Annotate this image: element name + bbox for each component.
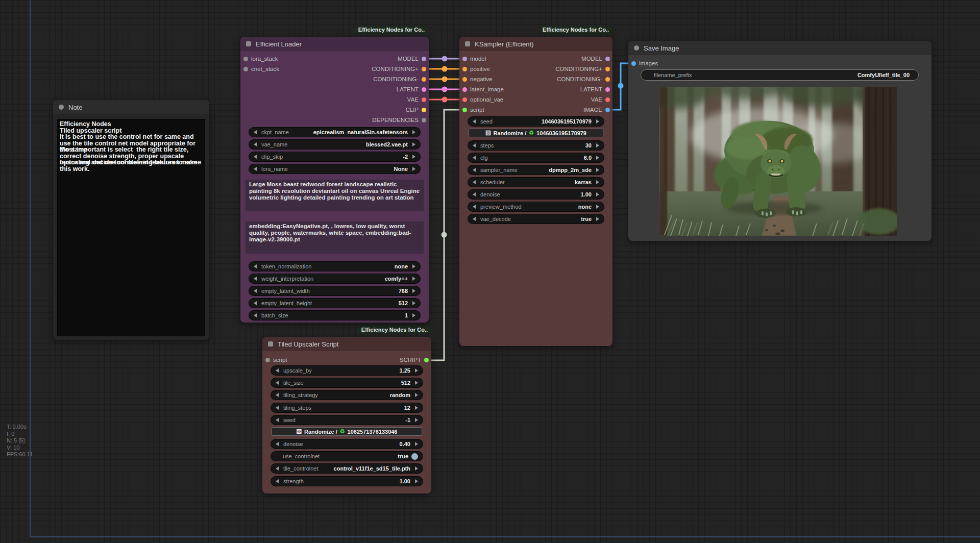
port-dot[interactable]	[243, 67, 248, 71]
output-port-conditioning-minus[interactable]: CONDITIONING-	[557, 76, 610, 83]
port-dot[interactable]	[422, 87, 426, 92]
increment-arrow-icon[interactable]	[412, 301, 415, 305]
ksampler-titlebar[interactable]: KSampler (Efficient)	[459, 37, 612, 51]
port-dot[interactable]	[265, 358, 270, 362]
widget-tiling-steps[interactable]: tiling_steps 12	[271, 403, 423, 413]
port-dot[interactable]	[605, 77, 610, 82]
increment-arrow-icon[interactable]	[412, 167, 415, 171]
widget-denoise[interactable]: denoise 1.00	[468, 189, 604, 200]
output-port-vae[interactable]: VAE	[407, 96, 426, 103]
output-port-dependencies[interactable]: DEPENDENCIES	[372, 116, 426, 124]
widget-filename-prefix[interactable]: filename_prefix ComfyUI\eff_tile_00	[641, 69, 919, 81]
increment-arrow-icon[interactable]	[596, 180, 599, 184]
widget-seed[interactable]: seed -1	[271, 415, 423, 425]
port-dot[interactable]	[462, 97, 467, 102]
save-image-titlebar[interactable]: Save Image	[628, 41, 932, 55]
decrement-arrow-icon[interactable]	[254, 301, 257, 305]
decrement-arrow-icon[interactable]	[254, 167, 257, 171]
decrement-arrow-icon[interactable]	[276, 406, 279, 410]
increment-arrow-icon[interactable]	[415, 393, 418, 397]
increment-arrow-icon[interactable]	[412, 289, 415, 293]
decrement-arrow-icon[interactable]	[276, 381, 279, 385]
output-port-latent[interactable]: LATENT	[580, 86, 610, 93]
decrement-arrow-icon[interactable]	[276, 479, 279, 483]
widget-cfg[interactable]: cfg 6.0	[468, 153, 604, 163]
toggle-knob[interactable]	[411, 453, 418, 460]
decrement-arrow-icon[interactable]	[276, 368, 279, 373]
port-dot[interactable]	[462, 108, 467, 112]
input-port-images[interactable]: images	[631, 60, 658, 67]
widget-seed[interactable]: seed 1046036195170979	[468, 116, 604, 127]
increment-arrow-icon[interactable]	[415, 368, 418, 373]
decrement-arrow-icon[interactable]	[254, 289, 257, 293]
widget-empty-latent-height[interactable]: empty_latent_height 512	[249, 298, 421, 308]
port-dot[interactable]	[422, 77, 426, 82]
port-dot[interactable]	[462, 87, 467, 92]
randomize-seed-button[interactable]: ⚄ Randomize / ♻ 1046036195170979	[469, 129, 603, 137]
decrement-arrow-icon[interactable]	[473, 119, 476, 124]
positive-prompt-textarea[interactable]: Large Moss beast redwood forest landscap…	[246, 180, 424, 211]
decrement-arrow-icon[interactable]	[473, 217, 476, 221]
increment-arrow-icon[interactable]	[415, 479, 418, 483]
increment-arrow-icon[interactable]	[596, 192, 599, 196]
negative-prompt-textarea[interactable]: embedding:EasyNegative.pt, , lowres, low…	[246, 221, 424, 254]
output-port-conditioning-plus[interactable]: CONDITIONING+	[555, 65, 610, 72]
collapse-icon[interactable]	[246, 41, 251, 46]
widget-empty-latent-width[interactable]: empty_latent_width 768	[249, 286, 421, 296]
collapse-icon[interactable]	[59, 105, 64, 110]
tiled-upscaler-titlebar[interactable]: Tiled Upscaler Script	[262, 337, 431, 351]
port-dot[interactable]	[631, 61, 636, 66]
widget-lora-name[interactable]: lora_name None	[249, 164, 421, 174]
widget-token-normalization[interactable]: token_normalization none	[249, 261, 421, 272]
widget-preview-method[interactable]: preview_method none	[468, 202, 604, 212]
port-dot[interactable]	[462, 67, 467, 71]
output-port-model[interactable]: MODEL	[581, 55, 610, 62]
widget-ckpt-name[interactable]: ckpt_name epicrealism_naturalSin.safeten…	[249, 127, 421, 137]
increment-arrow-icon[interactable]	[415, 381, 418, 385]
decrement-arrow-icon[interactable]	[276, 442, 279, 446]
collapse-icon[interactable]	[634, 45, 639, 51]
increment-arrow-icon[interactable]	[415, 442, 418, 446]
widget-tile-controlnet[interactable]: tile_controlnet control_v11f1e_sd15_tile…	[271, 463, 423, 474]
widget-upscale-by[interactable]: upscale_by 1.25	[271, 365, 423, 376]
output-port-script[interactable]: SCRIPT	[400, 356, 429, 363]
decrement-arrow-icon[interactable]	[276, 466, 279, 471]
widget-batch-size[interactable]: batch_size 1	[249, 310, 421, 320]
decrement-arrow-icon[interactable]	[254, 130, 257, 134]
input-port-script[interactable]: script	[462, 106, 484, 113]
widget-clip-skip[interactable]: clip_skip -2	[249, 152, 421, 162]
decrement-arrow-icon[interactable]	[276, 418, 279, 422]
widget-use-controlnet-toggle[interactable]: use_controlnet true	[271, 451, 423, 461]
port-dot[interactable]	[462, 57, 467, 61]
decrement-arrow-icon[interactable]	[276, 393, 279, 397]
decrement-arrow-icon[interactable]	[473, 205, 476, 209]
decrement-arrow-icon[interactable]	[254, 277, 257, 281]
increment-arrow-icon[interactable]	[412, 155, 415, 159]
widget-scheduler[interactable]: scheduler karras	[468, 177, 604, 187]
decrement-arrow-icon[interactable]	[254, 155, 257, 159]
widget-vae-name[interactable]: vae_name blessed2.vae.pt	[249, 139, 421, 150]
output-port-latent[interactable]: LATENT	[397, 86, 426, 93]
collapse-icon[interactable]	[268, 341, 273, 347]
decrement-arrow-icon[interactable]	[473, 180, 476, 184]
increment-arrow-icon[interactable]	[412, 313, 415, 317]
decrement-arrow-icon[interactable]	[473, 143, 476, 147]
output-port-vae[interactable]: VAE	[591, 96, 610, 103]
decrement-arrow-icon[interactable]	[473, 192, 476, 196]
widget-tile-size[interactable]: tile_size 512	[271, 378, 423, 388]
output-port-clip[interactable]: CLIP	[405, 106, 426, 113]
port-dot[interactable]	[605, 57, 610, 61]
widget-denoise[interactable]: denoise 0.40	[271, 439, 423, 449]
port-dot[interactable]	[422, 67, 426, 71]
input-port-negative[interactable]: negative	[462, 76, 492, 83]
increment-arrow-icon[interactable]	[596, 119, 599, 124]
port-dot[interactable]	[424, 358, 429, 362]
increment-arrow-icon[interactable]	[596, 156, 599, 160]
decrement-arrow-icon[interactable]	[254, 142, 257, 146]
increment-arrow-icon[interactable]	[596, 217, 599, 221]
efficient-loader-titlebar[interactable]: Efficient Loader	[240, 37, 429, 51]
input-port-latent-image[interactable]: latent_image	[462, 86, 504, 93]
increment-arrow-icon[interactable]	[412, 142, 415, 146]
note-text-widget[interactable]: Efficiency Nodes Tiled upscaler script I…	[57, 119, 205, 336]
widget-sampler-name[interactable]: sampler_name dpmpp_2m_sde	[468, 165, 604, 175]
